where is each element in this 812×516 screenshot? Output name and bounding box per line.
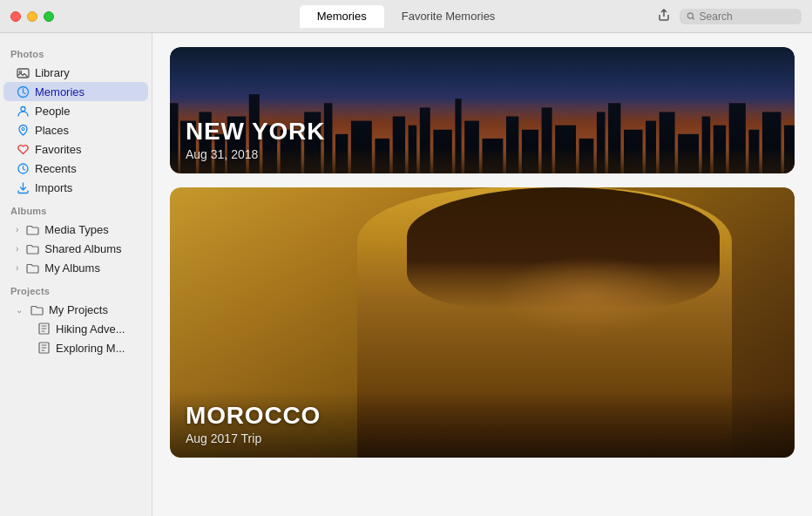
tab-group: Memories Favorite Memories	[300, 5, 513, 27]
my-albums-folder-icon	[25, 261, 39, 275]
memory-card-new-york-title: NEW YORK	[186, 119, 779, 146]
memories-icon	[16, 85, 30, 98]
sidebar-item-memories[interactable]: Memories	[3, 82, 148, 101]
memory-card-new-york-overlay: NEW YORK Aug 31, 2018	[170, 106, 795, 173]
sidebar-item-library-label: Library	[35, 66, 70, 79]
book-icon	[37, 322, 51, 336]
svg-point-5	[22, 127, 24, 130]
window-controls	[10, 11, 54, 22]
svg-point-4	[21, 106, 25, 111]
sidebar-item-hiking[interactable]: Hiking Adve...	[3, 319, 148, 338]
sidebar-item-my-projects[interactable]: ⌄ My Projects	[3, 300, 148, 319]
places-icon	[16, 123, 30, 137]
folder-icon	[25, 222, 39, 236]
memory-card-new-york-subtitle: Aug 31, 2018	[186, 147, 779, 161]
search-box[interactable]	[680, 9, 802, 24]
sidebar-item-media-types[interactable]: › Media Types	[3, 220, 148, 239]
sidebar-item-favorites[interactable]: Favorites	[3, 139, 148, 159]
sidebar-item-shared-albums[interactable]: › Shared Albums	[3, 239, 148, 258]
sidebar-item-places[interactable]: Places	[3, 120, 148, 139]
titlebar-actions	[657, 8, 802, 25]
sidebar: Photos Library Memories	[0, 33, 152, 516]
shared-folder-icon	[25, 241, 39, 255]
memory-card-morocco-title: MOROCCO	[186, 403, 779, 430]
chevron-down-icon: ⌄	[16, 305, 23, 315]
titlebar: Memories Favorite Memories	[0, 0, 812, 33]
sidebar-item-places-label: Places	[35, 124, 69, 137]
people-icon	[16, 104, 30, 118]
albums-section-label: Albums	[0, 197, 152, 220]
memory-card-new-york[interactable]: NEW YORK Aug 31, 2018	[170, 47, 795, 173]
chevron-right-icon: ›	[16, 225, 18, 234]
sidebar-item-recents[interactable]: Recents	[3, 159, 148, 178]
memory-card-morocco[interactable]: MOROCCO Aug 2017 Trip	[170, 187, 795, 458]
photos-section-label: Photos	[0, 40, 152, 63]
library-icon	[16, 65, 30, 79]
minimize-button[interactable]	[27, 11, 37, 22]
sidebar-item-imports-label: Imports	[35, 181, 72, 194]
tab-memories[interactable]: Memories	[300, 5, 384, 27]
close-button[interactable]	[10, 11, 21, 22]
svg-point-2	[19, 71, 22, 73]
sidebar-item-people-label: People	[35, 105, 70, 118]
favorites-icon	[16, 142, 30, 156]
sidebar-item-my-projects-label: My Projects	[49, 303, 108, 316]
sidebar-item-memories-label: Memories	[35, 85, 85, 98]
sidebar-item-people[interactable]: People	[3, 101, 148, 120]
sidebar-item-imports[interactable]: Imports	[3, 178, 148, 197]
memory-card-morocco-overlay: MOROCCO Aug 2017 Trip	[170, 390, 795, 458]
imports-icon	[16, 180, 30, 194]
maximize-button[interactable]	[44, 11, 54, 22]
recents-icon	[16, 161, 30, 175]
chevron-right-icon-2: ›	[16, 244, 18, 254]
content-area: NEW YORK Aug 31, 2018 MOROCCO	[152, 33, 812, 516]
search-input[interactable]	[700, 10, 795, 23]
search-icon	[687, 11, 696, 22]
sidebar-item-exploring-label: Exploring M...	[56, 342, 125, 355]
sidebar-item-media-types-label: Media Types	[44, 223, 108, 236]
sidebar-item-shared-albums-label: Shared Albums	[44, 242, 121, 255]
sidebar-item-library[interactable]: Library	[3, 63, 148, 82]
sidebar-item-my-albums[interactable]: › My Albums	[3, 258, 148, 277]
book-icon-2	[37, 341, 51, 355]
projects-section-label: Projects	[0, 277, 152, 300]
app-body: Photos Library Memories	[0, 33, 812, 516]
projects-folder-icon	[30, 302, 44, 316]
sidebar-item-my-albums-label: My Albums	[44, 261, 100, 275]
tab-favorite-memories[interactable]: Favorite Memories	[384, 5, 513, 27]
sidebar-item-exploring[interactable]: Exploring M...	[3, 338, 148, 357]
memory-card-morocco-subtitle: Aug 2017 Trip	[186, 431, 779, 445]
sidebar-item-hiking-label: Hiking Adve...	[56, 322, 125, 336]
sidebar-item-recents-label: Recents	[35, 162, 77, 175]
sidebar-item-favorites-label: Favorites	[35, 143, 81, 156]
share-button[interactable]	[657, 8, 671, 25]
chevron-right-icon-3: ›	[16, 263, 18, 273]
svg-point-0	[687, 13, 693, 18]
